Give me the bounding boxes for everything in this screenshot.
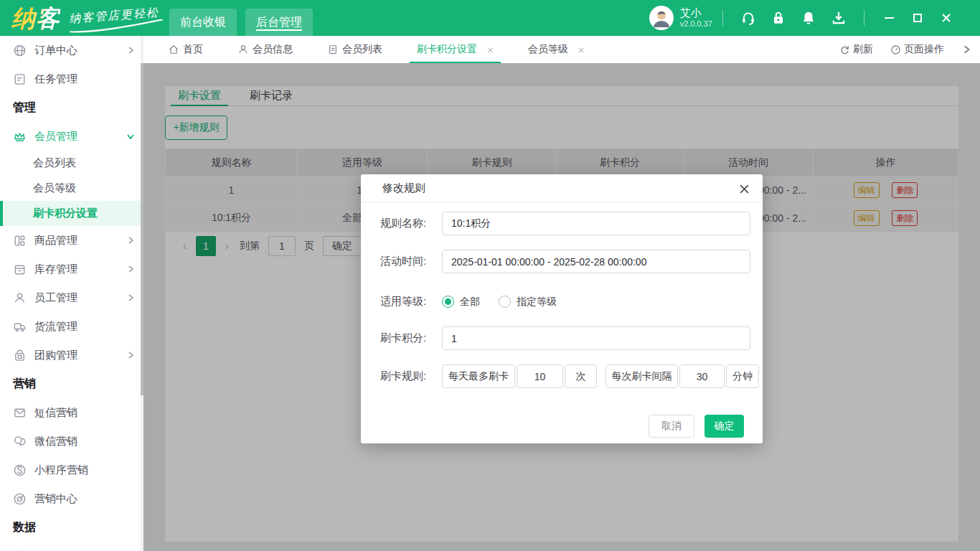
chevron-right-icon	[126, 265, 135, 273]
sidebar-item-groupbuy-mgmt[interactable]: 团购管理	[0, 341, 143, 369]
sidebar-item-order-center[interactable]: 订单中心	[0, 36, 143, 65]
minimize-button[interactable]	[882, 11, 895, 24]
modal-header: 修改规则	[361, 174, 763, 202]
sidebar: 订单中心 任务管理 管理 会员管理 会员列表 会员等级 刷卡积分设置 商品管理 …	[0, 36, 143, 551]
tab-close-icon[interactable]: ×	[487, 44, 494, 55]
cancel-button[interactable]: 取消	[649, 415, 694, 438]
close-button[interactable]	[940, 11, 953, 24]
level-row: 适用等级: 全部 指定等级	[380, 290, 750, 314]
divider	[722, 10, 723, 26]
rule-name-input[interactable]: 10:1积分	[442, 212, 750, 235]
tabbar-actions: 刷新 页面操作	[839, 43, 980, 56]
page-actions[interactable]: 页面操作	[890, 43, 944, 56]
interval-label: 每次刷卡间隔	[606, 364, 678, 388]
sidebar-item-sms-marketing[interactable]: 短信营销	[0, 398, 143, 427]
radio-specified-levels[interactable]: 指定等级	[499, 296, 557, 309]
max-swipes-input[interactable]: 10	[517, 364, 563, 388]
support-icon[interactable]	[740, 10, 756, 26]
chevron-right-icon	[126, 351, 135, 359]
edit-rule-modal: 修改规则 规则名称: 10:1积分 活动时间: 2025-01-01 00:00…	[361, 174, 763, 443]
points-label: 刷卡积分:	[380, 331, 442, 345]
points-input[interactable]: 1	[442, 326, 750, 350]
tab-close-icon[interactable]: ×	[578, 44, 585, 55]
app-window: 纳客 纳客管店更轻松 前台收银 后台管理 艾小 v2.0.0.37	[0, 0, 980, 551]
gauge-icon	[890, 44, 901, 55]
envelope-icon	[13, 406, 27, 420]
download-icon[interactable]	[831, 10, 847, 26]
sidebar-section-management: 管理	[0, 93, 143, 122]
sidebar-item-card-points-settings[interactable]: 刷卡积分设置	[0, 201, 143, 226]
sidebar-item-inventory-mgmt[interactable]: 库存管理	[0, 255, 143, 283]
sidebar-item-wechat-marketing[interactable]: 微信营销	[0, 427, 143, 456]
nav-front-cashier[interactable]: 前台收银	[169, 9, 237, 36]
max-swipes-label: 每天最多刷卡	[442, 364, 515, 388]
target-icon	[13, 492, 27, 506]
products-icon	[13, 234, 27, 248]
user-meta: 艾小 v2.0.0.37	[680, 6, 712, 29]
tab-member-info[interactable]: 会员信息	[233, 36, 297, 63]
rule-name-row: 规则名称: 10:1积分	[380, 212, 750, 235]
interval-input[interactable]: 30	[679, 364, 725, 388]
level-label: 适用等级:	[380, 295, 442, 309]
activity-time-input[interactable]: 2025-01-01 00:00:00 - 2025-02-28 00:00:0…	[442, 250, 750, 273]
points-row: 刷卡积分: 1	[380, 326, 750, 350]
sidebar-section-marketing: 营销	[0, 369, 143, 398]
crown-icon	[13, 130, 27, 143]
user-name: 艾小	[680, 6, 712, 19]
refresh-icon	[839, 44, 850, 55]
logo: 纳客 纳客管店更轻松	[0, 0, 159, 36]
tab-member-list[interactable]: 会员列表	[323, 36, 387, 63]
header-right: 艾小 v2.0.0.37	[649, 0, 980, 36]
inventory-icon	[13, 263, 27, 276]
radio-circle	[499, 296, 511, 308]
miniprogram-icon	[13, 463, 27, 477]
sidebar-item-partial[interactable]	[0, 542, 143, 551]
interval-unit: 分钟	[726, 364, 759, 388]
chevron-right-icon[interactable]	[961, 44, 971, 55]
sidebar-item-product-mgmt[interactable]: 商品管理	[0, 226, 143, 255]
top-header: 纳客 纳客管店更轻松 前台收银 后台管理 艾小 v2.0.0.37	[0, 0, 980, 36]
chevron-right-icon	[126, 236, 135, 245]
rule-group: 每天最多刷卡 10 次 每次刷卡间隔 30 分钟	[442, 364, 760, 388]
rule-row: 刷卡规则: 每天最多刷卡 10 次 每次刷卡间隔 30 分钟	[380, 364, 750, 388]
sidebar-item-miniprogram-marketing[interactable]: 小程序营销	[0, 456, 143, 484]
modal-close-icon[interactable]	[737, 182, 751, 196]
tab-card-points-settings[interactable]: 刷卡积分设置 ×	[413, 36, 498, 63]
nav-backend-admin[interactable]: 后台管理	[245, 9, 313, 36]
globe-icon	[13, 44, 27, 57]
tab-member-level[interactable]: 会员等级 ×	[524, 36, 589, 63]
sidebar-item-staff-mgmt[interactable]: 员工管理	[0, 283, 143, 312]
chevron-right-icon	[126, 293, 135, 302]
activity-time-label: 活动时间:	[380, 255, 442, 268]
radio-all-levels[interactable]: 全部	[442, 296, 480, 309]
divider	[864, 10, 864, 26]
logo-tagline: 纳客管店更轻松	[68, 5, 159, 27]
person-icon	[237, 44, 249, 55]
sidebar-item-marketing-center[interactable]: 营销中心	[0, 484, 143, 513]
sidebar-item-member-mgmt[interactable]: 会员管理	[0, 122, 143, 151]
activity-time-row: 活动时间: 2025-01-01 00:00:00 - 2025-02-28 0…	[380, 250, 750, 273]
modal-title: 修改规则	[382, 182, 425, 195]
truck-icon	[13, 320, 27, 334]
max-swipes-unit: 次	[565, 364, 597, 388]
wechat-icon	[13, 435, 27, 448]
rule-name-label: 规则名称:	[380, 217, 442, 230]
maximize-button[interactable]	[911, 11, 924, 24]
home-icon	[168, 44, 179, 55]
sidebar-item-logistics-mgmt[interactable]: 货流管理	[0, 312, 143, 341]
chevron-down-icon	[126, 132, 135, 141]
avatar[interactable]	[649, 6, 674, 30]
rule-label: 刷卡规则:	[380, 369, 442, 383]
sidebar-item-member-level[interactable]: 会员等级	[0, 176, 143, 201]
shopping-bag-icon	[13, 349, 27, 362]
refresh-action[interactable]: 刷新	[839, 43, 873, 56]
lock-icon[interactable]	[771, 10, 786, 26]
tab-home[interactable]: 首页	[164, 36, 207, 63]
main-nav: 前台收银 后台管理	[169, 0, 313, 36]
bell-icon[interactable]	[801, 10, 816, 26]
confirm-button[interactable]: 确定	[705, 415, 744, 438]
logo-text: 纳客	[11, 5, 60, 32]
tasks-icon	[13, 72, 27, 86]
sidebar-item-member-list[interactable]: 会员列表	[0, 151, 143, 176]
sidebar-item-task-mgmt[interactable]: 任务管理	[0, 65, 143, 93]
